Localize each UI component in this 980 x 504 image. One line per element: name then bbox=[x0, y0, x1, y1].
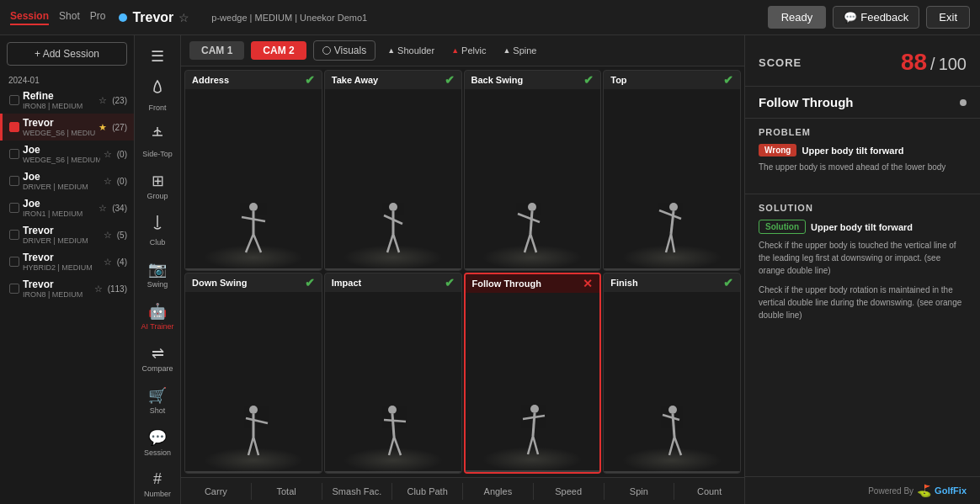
feedback-button[interactable]: 💬 Feedback bbox=[833, 6, 919, 29]
ready-button[interactable]: Ready bbox=[768, 6, 827, 29]
checkbox-joe1[interactable] bbox=[9, 149, 19, 159]
star-icon-6[interactable]: ☆ bbox=[104, 257, 112, 268]
sidebar-front-icon[interactable]: Front bbox=[137, 74, 178, 117]
session-item-trevor2[interactable]: Trevor DRIVER | MEDIUM ☆ (5) bbox=[0, 221, 134, 248]
score-max: 100 bbox=[939, 55, 967, 74]
star-icon-4[interactable]: ☆ bbox=[99, 203, 107, 214]
spine-option[interactable]: ▲ Spine bbox=[498, 45, 541, 56]
session-item-joe1[interactable]: Joe WEDGE_S6 | MEDIUM ☆ (0) bbox=[0, 141, 134, 167]
powered-by-label: Powered By bbox=[868, 486, 913, 496]
sidebar-menu-icon[interactable]: ☰ bbox=[137, 42, 178, 71]
svg-line-14 bbox=[525, 234, 530, 252]
svg-line-39 bbox=[669, 437, 674, 455]
pose-cell-downswing[interactable]: Down Swing ✔ bbox=[184, 273, 322, 474]
check-takeaway: ✔ bbox=[445, 73, 455, 87]
pose-header-downswing: Down Swing ✔ bbox=[185, 273, 322, 292]
count-1: (27) bbox=[112, 123, 127, 132]
right-panel: SCORE 88 / 100 Follow Through PROBLEM Wr… bbox=[744, 35, 980, 504]
exit-button[interactable]: Exit bbox=[926, 6, 970, 29]
follow-through-section: Follow Through bbox=[745, 87, 980, 119]
sidebar-sidetop-icon[interactable]: Side-Top bbox=[137, 120, 178, 163]
svg-line-38 bbox=[663, 415, 679, 420]
checkbox-joe3[interactable] bbox=[9, 203, 19, 213]
item-info-refine: Refine IRON8 | MEDIUM bbox=[23, 90, 95, 110]
add-session-button[interactable]: + Add Session bbox=[7, 42, 127, 66]
sidebar-aitrainer-icon[interactable]: 🤖 AI Trainer bbox=[137, 297, 178, 336]
svg-point-26 bbox=[388, 406, 397, 414]
checkbox-joe2[interactable] bbox=[9, 176, 19, 186]
session-date: 2024-01 bbox=[0, 72, 134, 87]
tab-speed[interactable]: Speed bbox=[534, 483, 605, 500]
sidebar-compare-icon[interactable]: ⇌ Compare bbox=[137, 339, 178, 378]
count-2: (0) bbox=[117, 150, 127, 159]
session-item-joe2[interactable]: Joe DRIVER | MEDIUM ☆ (0) bbox=[0, 167, 134, 194]
pose-body-top bbox=[604, 89, 740, 270]
svg-line-10 bbox=[393, 234, 399, 252]
pose-cell-finish[interactable]: Finish ✔ bbox=[603, 273, 741, 474]
star-icon-2[interactable]: ☆ bbox=[104, 149, 112, 160]
star-icon-5[interactable]: ☆ bbox=[104, 230, 112, 241]
topbar: Session Shot Pro Trevor ☆ p-wedge | MEDI… bbox=[0, 0, 980, 35]
visuals-button[interactable]: Visuals bbox=[313, 40, 375, 61]
star-icon-1[interactable]: ★ bbox=[99, 122, 107, 133]
solution-badge: Solution bbox=[759, 220, 806, 234]
score-value: 88 bbox=[901, 49, 927, 76]
svg-line-18 bbox=[659, 210, 681, 219]
sidebar-number-icon[interactable]: # Number bbox=[137, 465, 178, 503]
wrong-badge: Wrong bbox=[759, 144, 796, 157]
item-info-trevor: Trevor WEDGE_S6 | MEDIUM bbox=[23, 117, 95, 137]
tab-spin[interactable]: Spin bbox=[605, 483, 675, 500]
pose-cell-top[interactable]: Top ✔ bbox=[603, 70, 741, 271]
cam1-button[interactable]: CAM 1 bbox=[189, 41, 244, 60]
check-downswing: ✔ bbox=[305, 276, 315, 289]
tab-session[interactable]: Session bbox=[10, 10, 49, 25]
pose-cell-address[interactable]: Address ✔ bbox=[184, 70, 322, 271]
player-name: Trevor bbox=[132, 10, 173, 25]
star-icon[interactable]: ☆ bbox=[178, 11, 189, 24]
star-icon-7[interactable]: ☆ bbox=[94, 284, 103, 294]
svg-line-9 bbox=[387, 234, 393, 252]
star-icon-3[interactable]: ☆ bbox=[104, 176, 112, 187]
pelvic-option[interactable]: ▲ Pelvic bbox=[446, 45, 491, 56]
svg-line-13 bbox=[518, 214, 540, 222]
session-item-refine[interactable]: Refine IRON8 | MEDIUM ☆ (23) bbox=[0, 87, 134, 114]
tab-pro[interactable]: Pro bbox=[90, 10, 106, 25]
cam2-button[interactable]: CAM 2 bbox=[251, 41, 306, 60]
sidebar-swing-icon[interactable]: 📷 Swing bbox=[137, 255, 178, 294]
checkbox-refine[interactable] bbox=[9, 95, 19, 105]
follow-through-title: Follow Through bbox=[759, 95, 853, 109]
sidebar-shot-icon[interactable]: 🛒 Shot bbox=[137, 381, 178, 420]
sidebar-club-icon[interactable]: Club bbox=[137, 209, 178, 252]
topbar-title-area: Session Shot Pro Trevor ☆ p-wedge | MEDI… bbox=[10, 10, 768, 25]
pose-cell-backswing[interactable]: Back Swing ✔ bbox=[464, 70, 602, 271]
checkbox-trevor3[interactable] bbox=[9, 257, 19, 267]
shoulder-option[interactable]: ▲ Shoulder bbox=[382, 45, 439, 56]
pose-cell-impact[interactable]: Impact ✔ bbox=[324, 273, 462, 474]
tab-carry[interactable]: Carry bbox=[181, 483, 252, 500]
sidebar-group-icon[interactable]: ⊞ Group bbox=[137, 167, 178, 205]
check-address: ✔ bbox=[305, 73, 315, 87]
checkbox-trevor[interactable] bbox=[9, 122, 19, 132]
solution-section-label: SOLUTION bbox=[759, 203, 967, 213]
pose-header-followthrough: Follow Through ✕ bbox=[466, 274, 600, 293]
tab-shot[interactable]: Shot bbox=[59, 10, 80, 25]
session-item-trevor[interactable]: Trevor WEDGE_S6 | MEDIUM ★ (27) bbox=[0, 114, 134, 141]
tab-count[interactable]: Count bbox=[674, 483, 744, 500]
star-icon-0[interactable]: ☆ bbox=[99, 95, 107, 106]
pose-cell-takeaway[interactable]: Take Away ✔ bbox=[324, 70, 462, 271]
check-backswing: ✔ bbox=[583, 73, 594, 87]
tab-clubpath[interactable]: Club Path bbox=[392, 483, 463, 500]
sidebar-session-icon[interactable]: 💬 Session bbox=[137, 423, 178, 462]
pose-body-backswing bbox=[465, 89, 601, 270]
session-item-joe3[interactable]: Joe IRON1 | MEDIUM ☆ (34) bbox=[0, 194, 134, 221]
svg-line-25 bbox=[253, 437, 258, 455]
tab-smashfac[interactable]: Smash Fac. bbox=[322, 483, 393, 500]
svg-line-35 bbox=[533, 436, 538, 454]
session-item-trevor3[interactable]: Trevor HYBRID2 | MEDIUM ☆ (4) bbox=[0, 248, 134, 275]
checkbox-trevor4[interactable] bbox=[9, 284, 19, 294]
tab-angles[interactable]: Angles bbox=[463, 483, 534, 500]
tab-total[interactable]: Total bbox=[252, 483, 322, 500]
checkbox-trevor2[interactable] bbox=[9, 230, 19, 240]
pose-cell-followthrough[interactable]: Follow Through ✕ bbox=[464, 273, 602, 474]
session-item-trevor4[interactable]: Trevor IRON8 | MEDIUM ☆ (113) bbox=[0, 275, 134, 302]
